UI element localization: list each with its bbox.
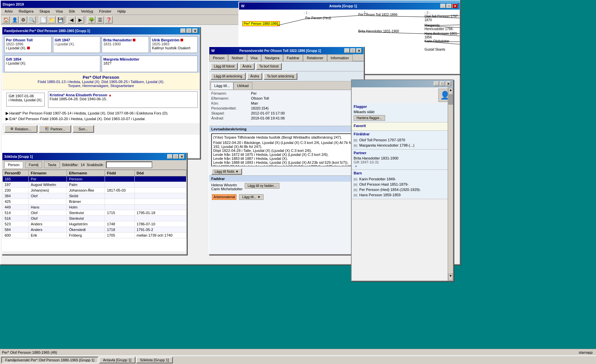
son-button[interactable]: Son...: [73, 125, 94, 133]
add-anteckning-btn[interactable]: Lägg till anteckning: [211, 73, 246, 80]
add-footnote-btn[interactable]: Lägg till fotnot: [211, 63, 238, 70]
parent-detail-2[interactable]: [B] Margareta Henricsdotter 1798-(...): [354, 143, 451, 148]
barn-item-3[interactable]: [B] Per Persson (Hed) 1854-(1920-1929)-: [354, 187, 451, 192]
main-person-name[interactable]: Per* Olof Persson: [4, 75, 198, 80]
taskbar-item-1[interactable]: Familjeöversikt Per* Olof Persson 1880-1…: [1, 357, 98, 363]
person-restore-btn[interactable]: □: [350, 48, 356, 53]
person-close-btn[interactable]: ✕: [356, 48, 362, 53]
person-tab-visa[interactable]: Visa: [247, 54, 261, 61]
antavla-person-p1[interactable]: Per Person (Hed): [305, 16, 331, 20]
antavla-person-p2[interactable]: Per Ofsson Toll 1822-1896: [358, 13, 397, 17]
toolbar-btn-help[interactable]: ❓: [105, 16, 113, 23]
table-row[interactable]: 384OlofSköld: [3, 193, 186, 199]
parent-card-3[interactable]: Brita Hansdotter 1831-1900: [102, 36, 149, 53]
table-row[interactable]: 165PerPersson: [3, 176, 186, 182]
partner-name[interactable]: Brita Hansdotter 1831-1900: [354, 156, 451, 160]
spouse-card[interactable]: Kristina* Anna Elisabeth Persson ▲ Född …: [48, 91, 198, 108]
toolbar-btn-back[interactable]: ◀: [68, 16, 75, 23]
child-row-2[interactable]: ▶ Erik* Olof Persson Född 1908-10-20 i H…: [6, 116, 196, 122]
menu-arkiv[interactable]: Arkiv: [2, 9, 15, 14]
add-fadder-btn[interactable]: Lägg till ny fadder...: [245, 183, 279, 189]
search-close-btn[interactable]: ✕: [179, 154, 184, 159]
tab-familj[interactable]: Familj: [25, 161, 42, 168]
edit-footnote-btn[interactable]: Ändra: [239, 63, 255, 70]
table-row[interactable]: 449HansHolm: [3, 205, 186, 210]
person-tab-faddrar[interactable]: Faddrar: [283, 54, 303, 61]
taskbar-item-3[interactable]: Söklista [Grupp 1]: [136, 357, 173, 363]
menu-redigera[interactable]: Redigera: [16, 9, 36, 14]
toolbar-btn-3[interactable]: ⚙: [19, 16, 27, 23]
scroll-up-btn[interactable]: ▲: [448, 88, 453, 94]
taskbar-item-2[interactable]: Antavla [Grupp 1]: [99, 357, 135, 363]
table-row[interactable]: 523AndersHugelström17481786-07-10: [3, 221, 186, 227]
toolbar-btn-7[interactable]: 💾: [56, 16, 64, 23]
antavla-person-p16[interactable]: Gustaf Skants: [424, 48, 445, 51]
add-notis-button[interactable]: Lägg till Notis ▼: [211, 168, 242, 175]
antavla-restore-btn[interactable]: □: [446, 4, 452, 8]
parent-card-5[interactable]: Gift 1854 i Ljusdal (X).: [4, 56, 100, 72]
table-row[interactable]: 230Johan(nes)Johansson-Åke1817-05-03: [3, 188, 186, 193]
search-input[interactable]: [106, 161, 152, 168]
detail-close-btn[interactable]: ✕: [446, 81, 451, 86]
delete-footnote-btn[interactable]: Ta bort fotnot: [256, 63, 282, 70]
table-row[interactable]: 425Brämer: [3, 199, 186, 205]
toolbar-btn-forward[interactable]: ▶: [76, 16, 84, 23]
barn-item-1[interactable]: [B] Karin Persdotter 1849-: [354, 176, 451, 182]
tab-tavla[interactable]: Tavla: [44, 161, 60, 168]
person-tab-person[interactable]: Person: [209, 54, 228, 61]
table-row[interactable]: 584AndersÖkenstedt17181791-05-2: [3, 227, 186, 233]
menu-skapa[interactable]: Skapa: [37, 9, 52, 14]
parent-card-6[interactable]: Margreta Månsdotter 182?: [102, 56, 198, 72]
menu-fonster[interactable]: Fönster: [96, 9, 114, 14]
subtab-lagg-till[interactable]: Lägg till...: [211, 82, 233, 89]
parent-detail-1[interactable]: [B] Olof Toll Persson 1797-1870: [354, 137, 451, 143]
levnadsbeskrivning-content[interactable]: (Yrke) Torpare Tillhörande Hedsta husfol…: [211, 133, 362, 166]
menu-hjalp[interactable]: Hjälp: [115, 9, 128, 14]
search-results-table-container[interactable]: PersonID Förnamn Efternamn Född Död 165P…: [2, 170, 186, 251]
delete-anteckning-btn[interactable]: Ta bort anteckning: [264, 73, 297, 80]
person-tab-relationer[interactable]: Relationer: [303, 54, 327, 61]
antavla-close-btn[interactable]: ✕: [452, 4, 458, 8]
table-row[interactable]: 514OlofStenkvist17151795-01-18: [3, 210, 186, 216]
table-row[interactable]: 516OlofStenkvist: [3, 216, 186, 221]
table-row[interactable]: 197August WilhelmPalm: [3, 182, 186, 188]
toolbar-btn-list[interactable]: ☰: [96, 16, 104, 23]
person-tab-information[interactable]: Information: [327, 54, 353, 61]
toolbar-btn-4[interactable]: 🔍: [28, 16, 36, 23]
person-tab-navigera[interactable]: Navigera: [261, 54, 283, 61]
barn-item-2[interactable]: [B] Olof Persson Hast 1851-1879-: [354, 182, 451, 187]
toolbar-btn-5[interactable]: 📄: [39, 16, 47, 23]
relation-button[interactable]: ⚙ Relation...: [4, 125, 37, 133]
detail-minimize-btn[interactable]: _: [434, 81, 439, 86]
toolbar-btn-2[interactable]: 👤: [11, 16, 19, 23]
antavla-person-p9[interactable]: Brita Hansdotter 1831-1900: [358, 29, 399, 33]
parent-card-2[interactable]: Gift 1847 i Ljusdal (X).: [53, 36, 100, 53]
search-maximize-btn[interactable]: □: [173, 154, 178, 159]
add-partner-icon[interactable]: +: [355, 164, 357, 168]
detail-content[interactable]: 👤 Flaggor Mikaels släkt Hantera flaggor.…: [352, 87, 453, 281]
family-minimize-btn[interactable]: _: [180, 28, 186, 33]
subtab-utokad[interactable]: Utökad: [233, 82, 252, 89]
antavla-person-highlighted[interactable]: Per* Person 1880-1965: [242, 21, 280, 26]
tab-person[interactable]: Person: [4, 161, 23, 168]
menu-visa[interactable]: Visa: [53, 9, 65, 14]
family-close-btn[interactable]: ✕: [192, 28, 198, 33]
person-tab-notiser[interactable]: Notiser: [228, 54, 247, 61]
table-row[interactable]: 600ErikFröberg1705mellan 1739 och 1740: [3, 233, 186, 238]
scroll-down-btn[interactable]: ▼: [448, 274, 453, 280]
toolbar-btn-6[interactable]: 📁: [48, 16, 56, 23]
menu-verktyg[interactable]: Verktyg: [78, 9, 96, 14]
detail-scrollbar[interactable]: ▲ ▼: [448, 87, 453, 281]
search-minimize-btn[interactable]: _: [167, 154, 173, 159]
scroll-thumb[interactable]: [448, 95, 453, 105]
antavla-minimize-btn[interactable]: _: [440, 4, 446, 8]
add-arbetsmaterial-btn[interactable]: Lägg till... ▼: [239, 194, 263, 200]
hantera-flaggor-btn[interactable]: Hantera flaggor...: [354, 115, 385, 121]
barn-item-4[interactable]: [B] Hans Persson 1859-1859: [354, 192, 451, 198]
child-row-1[interactable]: ▶ Harald* Per Persson Född 1907-05-14 i …: [6, 111, 196, 116]
antavla-person-p10[interactable]: Hans Andersson 1801-1856: [424, 32, 460, 39]
antavla-person-p6[interactable]: Margareta Henricsdotter 1798-: [424, 23, 460, 31]
parent-card-1[interactable]: Per Ofsson Toll 1822-1896 i Ljusdal (X).: [4, 36, 52, 53]
edit-anteckning-btn[interactable]: Ändra: [247, 73, 263, 80]
antavla-person-p13[interactable]: Karin Olofsdotter: [424, 39, 449, 43]
